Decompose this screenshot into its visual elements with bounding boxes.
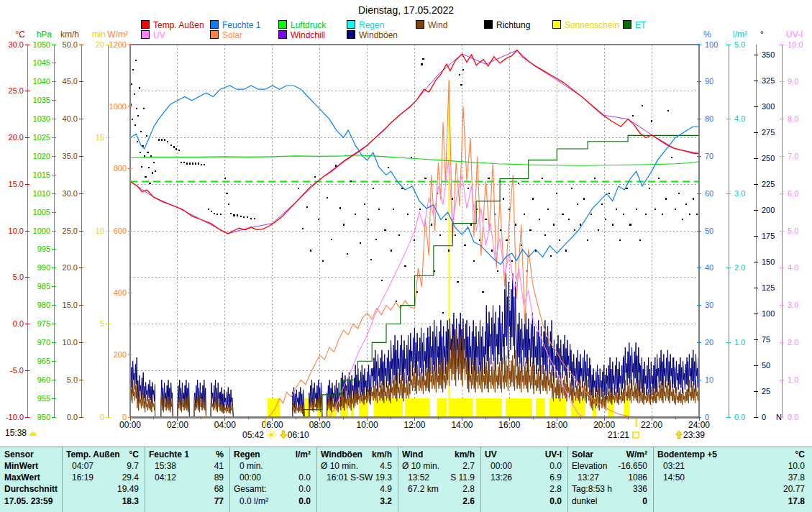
series-richtung-dot (250, 218, 252, 219)
table-col-unit: °C (653, 449, 805, 460)
x-tick-label: 08:00 (309, 420, 331, 430)
series-richtung-dot (442, 312, 444, 314)
series-richtung-dot (553, 224, 555, 225)
series-richtung-dot (439, 234, 441, 236)
axis-tick-label: 1000 (33, 227, 50, 235)
table-cell-value: 10.0 (653, 461, 805, 471)
series-richtung-dot (393, 209, 394, 210)
series-richtung-dot (623, 214, 624, 215)
series-richtung-dot (667, 110, 669, 111)
series-richtung-dot (331, 239, 332, 240)
series-richtung-dot (132, 119, 133, 120)
axis-tick-label: 1040 (33, 77, 50, 86)
axis-tick-label: 6.0 (788, 189, 798, 198)
series-richtung-dot (524, 214, 525, 215)
axis-tick-label: 5.0 (13, 273, 24, 281)
axis-tick-label: 1.0 (734, 338, 745, 347)
axis-unit-min: min (92, 29, 106, 40)
table-cell-value: 0.0 (229, 472, 311, 483)
table-col-unit: °C (62, 449, 139, 460)
axis-tick-label: 3.0 (788, 301, 798, 309)
x-tick-label: 00:00 (119, 420, 141, 430)
axis-tick-label: 20 (705, 338, 713, 347)
x-tick-label: 22:00 (641, 420, 662, 430)
series-richtung-dot (314, 176, 316, 178)
table-row-label: 17.05. 23:59 (4, 496, 53, 506)
x-tick-label: 18:00 (546, 420, 567, 430)
series-richtung-dot (173, 146, 175, 147)
series-richtung-dot (343, 224, 345, 225)
axis-tick-label: 30.0 (63, 189, 78, 198)
table-cell-value: 19.49 (62, 484, 139, 494)
x-tick-label: 14:00 (451, 420, 473, 430)
series-richtung-dot (654, 209, 656, 210)
axis-tick-label: 200 (762, 206, 775, 214)
axis-tick-label: 25 (762, 387, 770, 396)
table-cell-value: 20.77 (653, 484, 805, 494)
axis-tick-label: 50 (762, 361, 770, 370)
series-richtung-dot (608, 193, 610, 194)
series-richtung-dot (529, 229, 531, 231)
series-richtung-dot (642, 105, 643, 106)
series-richtung-dot (355, 214, 356, 215)
series-richtung-dot (662, 214, 663, 215)
axis-tick-label: 970 (37, 338, 50, 347)
series-richtung-dot (175, 148, 177, 150)
x-tick-label: 10:00 (357, 420, 378, 430)
x-tick-label: 12:00 (403, 420, 425, 430)
axis-tick-label: -10.0 (6, 413, 24, 421)
series-richtung-dot (511, 260, 513, 262)
table-cell-value: 0.0 (229, 484, 311, 494)
series-richtung-dot (571, 188, 572, 189)
series-richtung-dot (598, 229, 599, 231)
axis-unit-kmh: km/h (60, 29, 79, 40)
axis-tick-label: 975 (37, 319, 50, 328)
series-richtung-dot (601, 204, 603, 205)
table-cell-value: 0.0 (480, 496, 562, 506)
axis-tick-label: 15 (96, 133, 104, 142)
series-sonnenschein-bar (536, 398, 545, 417)
series-richtung-dot (391, 250, 392, 251)
table-row-label: Durchschnitt (4, 484, 58, 494)
series-richtung-dot (140, 131, 142, 132)
series-richtung-dot (462, 69, 464, 70)
series-richtung-dot (214, 213, 215, 214)
arrow-down-icon (279, 430, 288, 439)
axis-unit-deg: ° (760, 29, 764, 40)
table-cell-value: 4.9 (316, 484, 392, 494)
axis-tick-label: 0.0 (13, 319, 24, 328)
series-richtung-dot (243, 216, 245, 218)
series-richtung-dot (181, 162, 182, 163)
axis-unit-pct: % (703, 29, 711, 40)
series-richtung-dot (146, 135, 147, 137)
axis-tick-label: 4.0 (788, 263, 798, 272)
series-richtung-dot (298, 188, 299, 189)
moonrise-annotation: 23:39 (675, 430, 705, 440)
series-richtung-dot (143, 108, 145, 109)
series-richtung-dot (629, 224, 631, 225)
sunset-time: 21:21 (608, 430, 629, 440)
axis-tick-label: 1200 (109, 40, 127, 49)
series-richtung-dot (574, 229, 575, 231)
series-richtung-dot (500, 229, 501, 231)
series-richtung-dot (645, 214, 647, 215)
series-richtung-dot (587, 239, 588, 241)
axis-unit-uvi: UV-I (786, 29, 803, 40)
series-richtung-dot (192, 163, 193, 164)
series-richtung-dot (195, 163, 196, 164)
series-sonnenschein-bar (549, 398, 566, 417)
series-richtung-dot (467, 188, 469, 189)
series-richtung-dot (590, 214, 592, 215)
axis-tick-label: 325 (762, 76, 775, 85)
moonrise-time: 23:39 (683, 430, 705, 440)
series-richtung-dot (497, 270, 498, 272)
table-cell-label: 0 min. (240, 461, 263, 471)
axis-tick-label: 10 (705, 375, 713, 384)
table-cell-value: 18.3 (62, 496, 139, 506)
series-richtung-dot (339, 207, 341, 209)
axis-tick-label: 0.0 (788, 413, 798, 421)
series-richtung-dot (220, 214, 222, 215)
series-richtung-dot (407, 214, 409, 215)
series-richtung-dot (547, 209, 549, 210)
table-cell-value: 89 (145, 472, 224, 483)
